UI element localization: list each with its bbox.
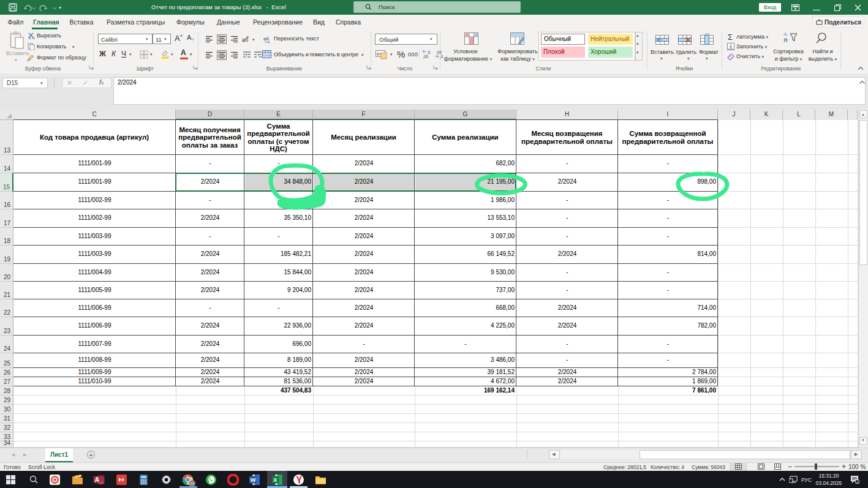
svg-text:W: W bbox=[251, 476, 256, 483]
svg-text:X: X bbox=[273, 476, 277, 483]
svg-text:A: A bbox=[95, 476, 99, 483]
